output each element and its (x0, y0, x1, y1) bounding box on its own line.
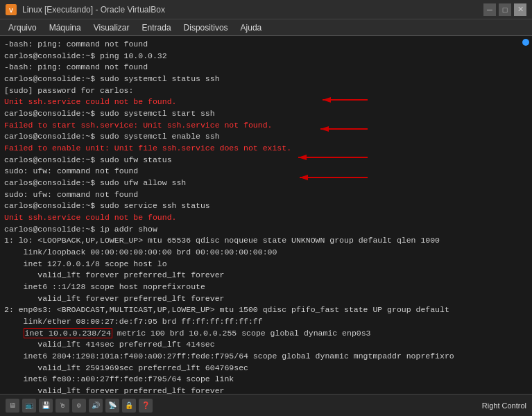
terminal-line: Unit ssh.service could not be found. (4, 96, 528, 108)
taskbar-icon-9[interactable]: ❓ (139, 399, 153, 413)
app-icon: V (6, 4, 17, 15)
right-control-label: Right Control (482, 401, 526, 410)
terminal-line: inet6 ::1/128 scope host noprefixroute (4, 281, 528, 293)
taskbar-icon-6[interactable]: 🔊 (89, 399, 103, 413)
taskbar-icon-2[interactable]: 📺 (22, 399, 36, 413)
terminal-line: valid_lft 2591969sec preferred_lft 60476… (4, 363, 528, 374)
terminal-line: carlos@consolide:~$ sudo systemctl start… (4, 108, 528, 120)
menu-bar: ArquivoMáquinaVisualizarEntradaDispositi… (0, 19, 532, 36)
taskbar-icon-4[interactable]: 🖱 (55, 399, 69, 413)
terminal-line: valid_lft 414sec preferred_lft 414sec (4, 339, 528, 351)
menu-item-máquina[interactable]: Máquina (44, 21, 87, 34)
taskbar-icon-3[interactable]: 💾 (39, 399, 53, 413)
terminal-line: carlos@consolide:~$ sudo systemctl enabl… (4, 131, 528, 143)
terminal-line: carlos@consolide:~$ sudo service ssh sta… (4, 200, 528, 212)
menu-item-ajuda[interactable]: Ajuda (235, 21, 268, 34)
menu-item-dispositivos[interactable]: Dispositivos (178, 21, 234, 34)
terminal-line: carlos@consolide:~$ sudo ufw allow ssh (4, 177, 528, 189)
terminal-line: inet 10.0.0.238/24 metric 100 brd 10.0.0… (4, 328, 528, 340)
terminal-line: valid_lft forever preferred_lft forever (4, 293, 528, 305)
terminal-line: valid_lft forever preferred_lft forever (4, 385, 528, 394)
menu-item-entrada[interactable]: Entrada (137, 21, 177, 34)
taskbar-icon-8[interactable]: 🔒 (122, 399, 136, 413)
terminal-line: Unit ssh.service could not be found. (4, 212, 528, 224)
menu-item-arquivo[interactable]: Arquivo (3, 21, 42, 34)
status-bar: 🖥 📺 💾 🖱 ⚙ 🔊 📡 🔒 ❓ Right Control (0, 394, 532, 416)
notification-dot (522, 39, 529, 46)
terminal-line: carlos@consolide:~$ sudo ufw status (4, 155, 528, 166)
terminal-line: Failed to start ssh.service: Unit ssh.se… (4, 120, 528, 132)
minimize-button[interactable]: ─ (483, 3, 496, 16)
svg-text:V: V (9, 7, 13, 14)
taskbar-icon-7[interactable]: 📡 (105, 399, 119, 413)
terminal-line: [sudo] password for carlos: (4, 85, 528, 97)
close-button[interactable]: ✕ (514, 3, 526, 16)
taskbar-icons: 🖥 📺 💾 🖱 ⚙ 🔊 📡 🔒 ❓ (6, 399, 153, 413)
terminal-line: Failed to enable unit: Unit file ssh.ser… (4, 143, 528, 155)
window-title: Linux [Executando] - Oracle VirtualBox (22, 5, 478, 15)
taskbar-icon-1[interactable]: 🖥 (6, 399, 19, 413)
taskbar-icon-5[interactable]: ⚙ (72, 399, 86, 413)
terminal-line: link/loopback 00:00:00:00:00:00 brd 00:0… (4, 247, 528, 259)
terminal-line: 2: enp0s3: <BROADCAST,MULTICAST,UP,LOWER… (4, 304, 528, 316)
terminal-line: -bash: ping: command not found (4, 39, 528, 51)
window-controls: ─ □ ✕ (483, 3, 526, 16)
terminal-line: inet 127.0.0.1/8 scope host lo (4, 259, 528, 270)
title-bar: V Linux [Executando] - Oracle VirtualBox… (0, 0, 532, 19)
terminal-line: 1: lo: <LOOPBACK,UP,LOWER_UP> mtu 65536 … (4, 235, 528, 247)
terminal-line: carlos@consolide:~$ ping 10.0.0.32 (4, 51, 528, 62)
terminal[interactable]: -bash: ping: command not foundcarlos@con… (0, 36, 532, 394)
terminal-line: carlos@consolide:~$ sudo systemctl statu… (4, 73, 528, 85)
menu-item-visualizar[interactable]: Visualizar (88, 21, 135, 34)
terminal-line: link/ether 08:00:27:de:f7:95 brd ff:ff:f… (4, 316, 528, 328)
terminal-line: carlos@consolide:~$ ip addr show (4, 224, 528, 236)
maximize-button[interactable]: □ (499, 3, 511, 16)
terminal-line: sudo: ufw: command not found (4, 166, 528, 177)
terminal-line: inet6 2804:1298:101a:f400:a00:27ff:fede:… (4, 351, 528, 363)
terminal-line: sudo: ufw: command not found (4, 189, 528, 201)
terminal-line: valid_lft forever preferred_lft forever (4, 270, 528, 281)
inet-highlight: inet 10.0.0.238/24 (24, 328, 112, 338)
terminal-line: -bash: ping: command not found (4, 62, 528, 73)
terminal-line: inet6 fe80::a00:27ff:fede:f795/64 scope … (4, 374, 528, 385)
